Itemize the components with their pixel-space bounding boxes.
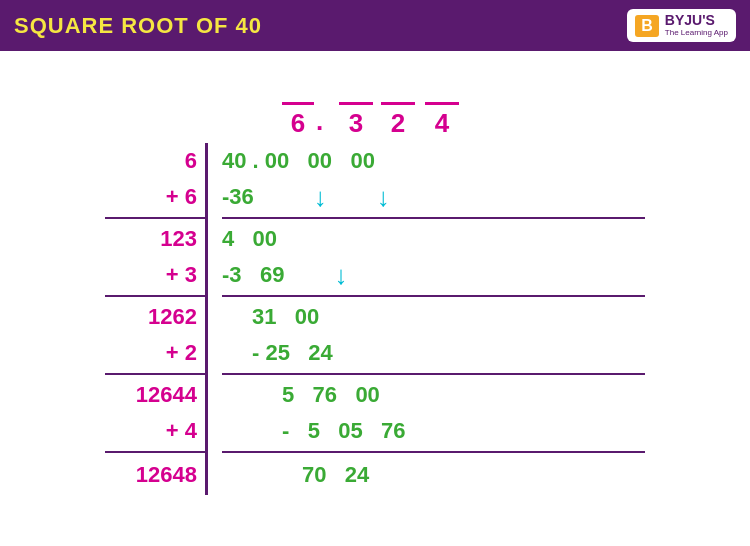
right-5a: 70 24 [302, 462, 369, 488]
right-1a: 40 . 00 00 00 [222, 148, 375, 174]
left-3b: + 2 [166, 340, 197, 366]
right-1b: -36 [222, 184, 254, 210]
right-2b: -3 69 [222, 262, 284, 288]
left-2a: 123 [160, 226, 197, 252]
arrow-1: ↓ [314, 182, 327, 213]
left-3a: 1262 [148, 304, 197, 330]
logo-tagline: The Learning App [665, 29, 728, 38]
left-4b: + 4 [166, 418, 197, 444]
right-column: 40 . 00 00 00 -36 ↓ ↓ 4 00 -3 69 ↓ [205, 143, 645, 495]
result-digit-6: 6 [291, 108, 305, 139]
arrow-3: ↓ [334, 260, 347, 291]
left-2b: + 3 [166, 262, 197, 288]
page-title: SQUARE ROOT OF 40 [14, 13, 262, 39]
left-1b: + 6 [166, 184, 197, 210]
logo-b-icon: B [635, 15, 659, 37]
left-1a: 6 [185, 148, 197, 174]
header: SQUARE ROOT OF 40 B BYJU'S The Learning … [0, 0, 750, 51]
logo-name: BYJU'S [665, 13, 728, 28]
logo-text: BYJU'S The Learning App [665, 13, 728, 37]
right-3a: 31 00 [252, 304, 319, 330]
left-5a: 12648 [136, 462, 197, 488]
result-digit-2: 2 [391, 108, 405, 139]
right-4a: 5 76 00 [282, 382, 380, 408]
left-column: 6 + 6 123 + 3 [105, 143, 205, 495]
main-content: 6 . 3 2 4 [0, 51, 750, 546]
result-digit-4: 4 [435, 108, 449, 139]
result-digit-3: 3 [349, 108, 363, 139]
result-dot: . [316, 106, 323, 137]
right-2a: 4 00 [222, 226, 277, 252]
right-3b: - 25 24 [252, 340, 333, 366]
left-4a: 12644 [136, 382, 197, 408]
right-4b: - 5 05 76 [282, 418, 406, 444]
logo: B BYJU'S The Learning App [627, 9, 736, 41]
arrow-2: ↓ [377, 182, 390, 213]
